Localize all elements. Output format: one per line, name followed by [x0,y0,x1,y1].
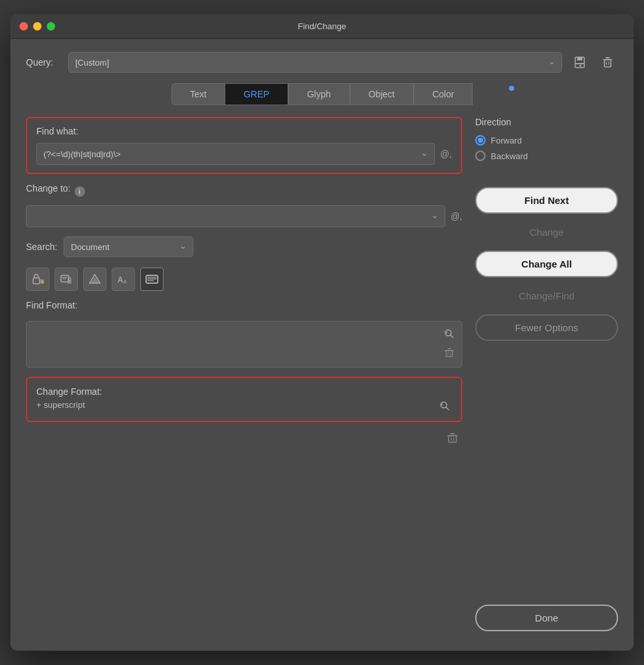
forward-radio-button[interactable] [475,135,486,145]
svg-text:A: A [118,275,123,284]
trash-icon [601,56,614,69]
change-to-label-row: Change to: i [26,183,462,200]
change-at-icon[interactable]: @, [451,211,462,221]
svg-line-26 [446,332,447,333]
spacer-1 [475,168,618,181]
window-controls [19,22,55,31]
change-to-input-row: @, [26,205,462,227]
svg-rect-9 [33,278,40,284]
search-label: Search: [26,242,57,252]
svg-rect-1 [577,57,582,60]
title-bar: Find/Change [10,14,634,39]
info-icon[interactable]: i [75,186,85,197]
search-row: Search: Document Story Selection All Doc… [26,236,462,257]
query-label: Query: [26,57,62,68]
change-format-delete-button[interactable] [445,431,460,445]
change-to-section: Change to: i @, [26,183,462,227]
svg-text:🔒: 🔒 [40,280,45,284]
tab-object[interactable]: Object [350,83,414,105]
tabs-row: Text GREP Glyph Object Color [26,83,618,105]
tab-color-dot [509,86,514,91]
find-what-select[interactable]: (?<=\d)(th|st|nd|rd)\> [36,143,435,165]
find-format-box [26,321,462,368]
svg-line-25 [451,335,453,338]
svg-rect-15 [68,280,71,284]
change-button: Change [475,220,618,244]
find-format-actions [442,327,456,359]
search-select-wrapper: Document Story Selection All Documents [64,236,193,257]
find-what-label: Find what: [36,126,452,136]
icon-toolbar: 🔒 [26,268,462,291]
tab-text[interactable]: Text [171,83,225,105]
find-at-icon[interactable]: @, [440,149,452,159]
maximize-button[interactable] [47,22,55,31]
find-format-section: Find Format: [26,300,462,368]
find-format-delete-button[interactable] [442,346,456,359]
done-button[interactable]: Done [475,605,618,631]
svg-text:a: a [123,278,127,284]
change-format-delete-row [26,431,462,445]
change-to-input-wrapper [26,205,445,227]
svg-marker-17 [91,277,99,283]
lock-stories-icon[interactable] [55,268,78,291]
fewer-options-button[interactable]: Fewer Options [475,314,618,341]
backward-radio[interactable]: Backward [475,151,618,161]
save-icon [573,55,587,69]
search-select[interactable]: Document Story Selection All Documents [64,236,193,257]
change-to-select[interactable] [26,205,445,227]
change-format-section: Change Format: + superscript [26,377,462,422]
right-column: Direction Forward Backward Find Next [475,117,618,638]
find-what-input-wrapper: (?<=\d)(th|st|nd|rd)\> [36,143,435,165]
forward-radio[interactable]: Forward [475,135,618,145]
find-what-section: Find what: (?<=\d)(th|st|nd|rd)\> @, [26,117,462,174]
delete-query-button[interactable] [597,53,618,71]
find-what-input-row: (?<=\d)(th|st|nd|rd)\> @, [36,143,452,165]
find-format-search-button[interactable] [442,327,456,341]
left-column: Find what: (?<=\d)(th|st|nd|rd)\> @, Cha… [26,117,462,638]
svg-rect-35 [449,436,456,442]
close-button[interactable] [19,22,28,31]
svg-rect-27 [446,351,452,357]
main-layout: Find what: (?<=\d)(th|st|nd|rd)\> @, Cha… [26,117,618,638]
svg-line-33 [446,407,449,410]
backward-radio-button[interactable] [475,151,486,161]
dialog-window: Find/Change Query: [Custom] [10,14,634,651]
change-format-search-button[interactable] [438,399,452,413]
change-all-button[interactable]: Change All [475,251,618,277]
case-sensitive-icon[interactable]: A a [112,268,135,291]
direction-section: Direction Forward Backward [475,117,618,161]
hidden-layers-icon[interactable] [83,268,106,291]
change-format-label: Change Format: [36,386,102,397]
tab-grep[interactable]: GREP [225,83,288,105]
find-format-label: Find Format: [26,300,462,310]
backward-radio-label: Backward [491,151,528,161]
tab-glyph[interactable]: Glyph [288,83,350,105]
svg-point-3 [580,65,582,67]
whole-word-icon[interactable] [140,268,164,291]
minimize-button[interactable] [33,22,42,31]
query-row: Query: [Custom] [26,52,618,73]
change-find-button: Change/Find [475,284,618,308]
query-select[interactable]: [Custom] [68,52,562,73]
window-title: Find/Change [298,21,346,31]
lock-layers-icon[interactable]: 🔒 [26,268,49,291]
change-to-label: Change to: [26,183,71,194]
save-query-button[interactable] [569,53,591,72]
svg-line-34 [441,404,443,405]
change-format-content: + superscript [36,397,432,410]
find-next-button[interactable]: Find Next [475,187,618,214]
svg-rect-4 [604,60,611,67]
direction-title: Direction [475,117,618,127]
change-format-content-row: + superscript [36,397,452,413]
forward-radio-dot [478,138,483,143]
query-select-wrapper: [Custom] [68,52,562,73]
dialog-content: Query: [Custom] [10,39,634,651]
tab-color[interactable]: Color [414,83,473,105]
forward-radio-label: Forward [491,136,522,145]
right-spacer [475,347,618,598]
